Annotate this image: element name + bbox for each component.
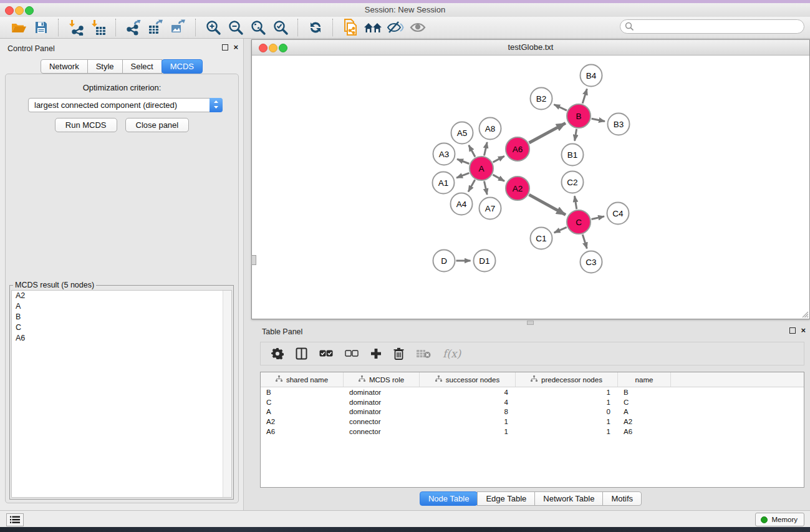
export-table-button[interactable] [145,18,167,37]
select-all-rows-button[interactable] [319,346,333,361]
column-visibility-button[interactable] [296,346,307,361]
float-table-panel-icon[interactable] [789,327,796,334]
panel-splitter-handle[interactable] [251,255,256,265]
table-row-C[interactable]: Cdominator41C [261,397,804,407]
search-input[interactable] [620,19,804,34]
result-list-item[interactable]: C [12,322,231,333]
column-header-MCDS-role[interactable]: MCDS role [344,372,420,387]
network-window-titlebar[interactable]: testGlobe.txt [252,40,809,56]
open-file-button[interactable] [7,18,30,37]
network-node-C1[interactable]: C1 [531,228,552,249]
network-node-C2[interactable]: C2 [562,172,584,193]
network-node-C[interactable]: C [567,210,591,234]
network-edge-B-B2[interactable] [554,105,567,111]
network-node-D1[interactable]: D1 [474,250,496,272]
network-canvas[interactable]: B4B2BB3A5A8A6A3B1AA1C2A2A4A7C4CC1DD1C3 [252,55,809,319]
zoom-fit-button[interactable] [247,18,269,37]
zoom-out-button[interactable] [224,18,247,37]
delete-table-button[interactable] [416,346,431,361]
column-header-successor-nodes[interactable]: successor nodes [420,372,516,387]
network-node-A4[interactable]: A4 [451,193,473,215]
zoom-selected-button[interactable] [269,18,292,37]
table-settings-button[interactable] [271,346,284,361]
network-node-B[interactable]: B [567,104,591,128]
network-edge-C-C3[interactable] [582,235,587,248]
result-list-item[interactable]: A2 [12,291,231,301]
network-edge-A-A3[interactable] [457,159,469,163]
delete-column-button[interactable] [393,346,404,361]
network-node-C4[interactable]: C4 [607,203,629,225]
result-list-item[interactable]: B [12,312,231,322]
result-list-item[interactable]: A6 [12,333,231,344]
close-panel-button[interactable]: Close panel [125,118,190,132]
network-node-B1[interactable]: B1 [562,144,584,166]
deselect-all-rows-button[interactable] [345,346,359,361]
node-table[interactable]: shared nameMCDS rolesuccessor nodesprede… [260,372,804,488]
memory-button[interactable]: Memory [755,513,804,526]
table-row-A6[interactable]: A6connector11A6 [261,427,804,437]
float-panel-icon[interactable] [222,44,228,51]
network-node-B4[interactable]: B4 [581,65,602,87]
network-node-A1[interactable]: A1 [433,172,455,194]
tab-motifs[interactable]: Motifs [602,491,642,506]
network-edge-C-C2[interactable] [574,196,576,209]
network-edge-B-B4[interactable] [582,89,587,104]
run-mcds-button[interactable]: Run MCDS [55,118,117,132]
tab-style[interactable]: Style [87,59,123,74]
save-session-button[interactable] [30,18,52,37]
network-node-A8[interactable]: A8 [480,118,501,140]
tab-node-table[interactable]: Node Table [420,491,478,506]
close-table-panel-icon[interactable]: × [801,327,806,334]
result-list-item[interactable]: A [12,301,231,312]
network-node-B2[interactable]: B2 [531,88,552,110]
network-edge-A-A5[interactable] [469,145,475,157]
apply-layout-button[interactable] [304,18,327,37]
network-edge-B-B3[interactable] [592,118,605,121]
table-row-A[interactable]: Adominator80A [261,407,804,417]
export-image-button[interactable] [167,18,190,37]
network-edge-A-A1[interactable] [456,173,469,178]
network-node-B3[interactable]: B3 [608,114,630,135]
network-edge-A-A7[interactable] [484,181,487,195]
add-column-button[interactable] [370,346,382,361]
column-header-predecessor-nodes[interactable]: predecessor nodes [516,372,618,387]
network-node-A6[interactable]: A6 [506,137,529,161]
table-row-B[interactable]: Bdominator41B [261,387,804,397]
function-builder-button[interactable]: f(x) [443,346,461,361]
result-list-scrollbar[interactable] [223,291,231,497]
network-edge-A-A6[interactable] [493,156,504,162]
export-network-button[interactable] [122,18,145,37]
tab-network-table[interactable]: Network Table [534,491,603,506]
network-edge-B-B1[interactable] [575,129,577,141]
network-edge-A-A2[interactable] [493,175,504,181]
duplicate-network-button[interactable] [339,18,362,37]
network-node-A3[interactable]: A3 [433,143,455,165]
tab-edge-table[interactable]: Edge Table [477,491,535,506]
network-edge-C-C4[interactable] [591,216,604,220]
tab-mcds[interactable]: MCDS [162,59,203,74]
network-node-C3[interactable]: C3 [581,251,602,273]
first-neighbors-button[interactable] [362,18,384,37]
hide-selected-button[interactable] [384,18,407,37]
network-edge-A-A8[interactable] [484,142,487,156]
network-edge-A6-B[interactable] [529,123,565,143]
column-header-name[interactable]: name [618,372,671,387]
network-node-A7[interactable]: A7 [480,198,501,220]
window-resize-grip[interactable] [801,310,809,318]
network-edge-A2-C[interactable] [529,195,566,215]
show-panels-list-button[interactable] [6,513,24,526]
import-network-button[interactable] [65,18,87,37]
criterion-select[interactable]: largest connected component (directed) [28,98,223,112]
tab-select[interactable]: Select [122,59,162,74]
network-node-A[interactable]: A [470,157,493,180]
network-node-A5[interactable]: A5 [451,122,473,144]
network-node-A2[interactable]: A2 [506,177,529,200]
network-node-D[interactable]: D [433,250,455,272]
close-panel-icon[interactable]: × [233,44,238,51]
tab-network[interactable]: Network [41,59,88,74]
network-edge-A-A4[interactable] [468,180,475,191]
show-all-button[interactable] [407,18,429,37]
column-header-shared-name[interactable]: shared name [261,372,344,387]
zoom-in-button[interactable] [202,18,224,37]
network-edge-C-C1[interactable] [554,227,567,233]
